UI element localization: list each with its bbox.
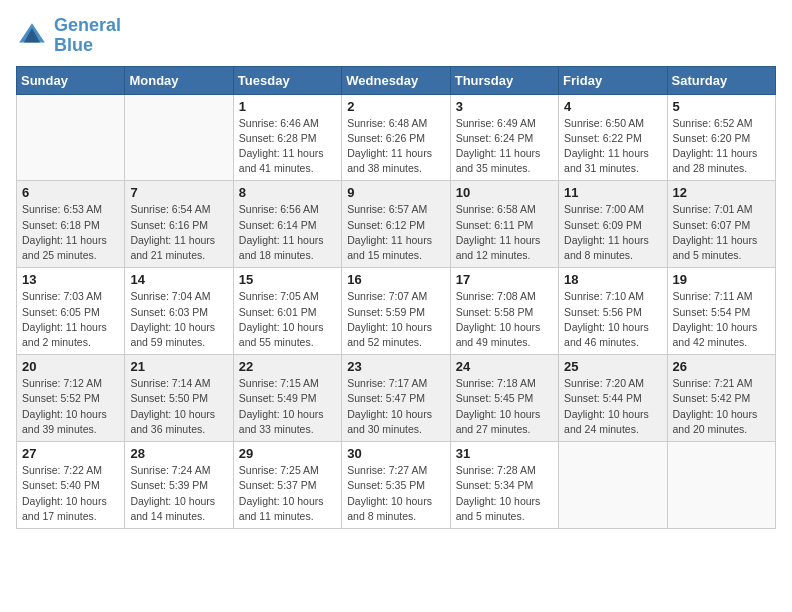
day-info: Sunrise: 7:20 AMSunset: 5:44 PMDaylight:… xyxy=(564,376,661,437)
logo-text: General Blue xyxy=(54,16,121,56)
calendar-header-row: SundayMondayTuesdayWednesdayThursdayFrid… xyxy=(17,66,776,94)
calendar-cell: 14Sunrise: 7:04 AMSunset: 6:03 PMDayligh… xyxy=(125,268,233,355)
calendar-cell: 29Sunrise: 7:25 AMSunset: 5:37 PMDayligh… xyxy=(233,442,341,529)
day-number: 24 xyxy=(456,359,553,374)
calendar-cell: 27Sunrise: 7:22 AMSunset: 5:40 PMDayligh… xyxy=(17,442,125,529)
day-number: 20 xyxy=(22,359,119,374)
calendar-cell: 5Sunrise: 6:52 AMSunset: 6:20 PMDaylight… xyxy=(667,94,775,181)
calendar-cell: 17Sunrise: 7:08 AMSunset: 5:58 PMDayligh… xyxy=(450,268,558,355)
day-info: Sunrise: 6:48 AMSunset: 6:26 PMDaylight:… xyxy=(347,116,444,177)
day-info: Sunrise: 7:10 AMSunset: 5:56 PMDaylight:… xyxy=(564,289,661,350)
day-info: Sunrise: 7:11 AMSunset: 5:54 PMDaylight:… xyxy=(673,289,770,350)
day-info: Sunrise: 6:50 AMSunset: 6:22 PMDaylight:… xyxy=(564,116,661,177)
day-number: 22 xyxy=(239,359,336,374)
calendar-week-row: 20Sunrise: 7:12 AMSunset: 5:52 PMDayligh… xyxy=(17,355,776,442)
day-number: 4 xyxy=(564,99,661,114)
calendar-cell: 3Sunrise: 6:49 AMSunset: 6:24 PMDaylight… xyxy=(450,94,558,181)
day-info: Sunrise: 7:22 AMSunset: 5:40 PMDaylight:… xyxy=(22,463,119,524)
calendar-cell: 21Sunrise: 7:14 AMSunset: 5:50 PMDayligh… xyxy=(125,355,233,442)
day-number: 31 xyxy=(456,446,553,461)
day-info: Sunrise: 6:54 AMSunset: 6:16 PMDaylight:… xyxy=(130,202,227,263)
day-number: 14 xyxy=(130,272,227,287)
day-of-week-header: Thursday xyxy=(450,66,558,94)
day-info: Sunrise: 7:25 AMSunset: 5:37 PMDaylight:… xyxy=(239,463,336,524)
day-number: 30 xyxy=(347,446,444,461)
day-number: 29 xyxy=(239,446,336,461)
day-info: Sunrise: 7:07 AMSunset: 5:59 PMDaylight:… xyxy=(347,289,444,350)
calendar-cell: 9Sunrise: 6:57 AMSunset: 6:12 PMDaylight… xyxy=(342,181,450,268)
day-number: 5 xyxy=(673,99,770,114)
day-info: Sunrise: 7:04 AMSunset: 6:03 PMDaylight:… xyxy=(130,289,227,350)
calendar-cell: 24Sunrise: 7:18 AMSunset: 5:45 PMDayligh… xyxy=(450,355,558,442)
day-info: Sunrise: 7:28 AMSunset: 5:34 PMDaylight:… xyxy=(456,463,553,524)
day-number: 6 xyxy=(22,185,119,200)
calendar-cell: 18Sunrise: 7:10 AMSunset: 5:56 PMDayligh… xyxy=(559,268,667,355)
calendar-cell: 2Sunrise: 6:48 AMSunset: 6:26 PMDaylight… xyxy=(342,94,450,181)
day-number: 8 xyxy=(239,185,336,200)
day-info: Sunrise: 6:57 AMSunset: 6:12 PMDaylight:… xyxy=(347,202,444,263)
day-of-week-header: Saturday xyxy=(667,66,775,94)
day-info: Sunrise: 6:49 AMSunset: 6:24 PMDaylight:… xyxy=(456,116,553,177)
day-number: 7 xyxy=(130,185,227,200)
day-info: Sunrise: 6:52 AMSunset: 6:20 PMDaylight:… xyxy=(673,116,770,177)
day-info: Sunrise: 7:14 AMSunset: 5:50 PMDaylight:… xyxy=(130,376,227,437)
day-number: 10 xyxy=(456,185,553,200)
calendar-cell xyxy=(125,94,233,181)
calendar-week-row: 1Sunrise: 6:46 AMSunset: 6:28 PMDaylight… xyxy=(17,94,776,181)
calendar-cell: 6Sunrise: 6:53 AMSunset: 6:18 PMDaylight… xyxy=(17,181,125,268)
day-of-week-header: Tuesday xyxy=(233,66,341,94)
day-info: Sunrise: 7:17 AMSunset: 5:47 PMDaylight:… xyxy=(347,376,444,437)
day-of-week-header: Monday xyxy=(125,66,233,94)
calendar-cell xyxy=(559,442,667,529)
day-number: 17 xyxy=(456,272,553,287)
calendar-cell: 8Sunrise: 6:56 AMSunset: 6:14 PMDaylight… xyxy=(233,181,341,268)
calendar-cell: 28Sunrise: 7:24 AMSunset: 5:39 PMDayligh… xyxy=(125,442,233,529)
day-number: 28 xyxy=(130,446,227,461)
calendar-table: SundayMondayTuesdayWednesdayThursdayFrid… xyxy=(16,66,776,529)
day-number: 23 xyxy=(347,359,444,374)
day-of-week-header: Sunday xyxy=(17,66,125,94)
day-info: Sunrise: 7:12 AMSunset: 5:52 PMDaylight:… xyxy=(22,376,119,437)
day-of-week-header: Wednesday xyxy=(342,66,450,94)
day-info: Sunrise: 6:56 AMSunset: 6:14 PMDaylight:… xyxy=(239,202,336,263)
day-info: Sunrise: 7:27 AMSunset: 5:35 PMDaylight:… xyxy=(347,463,444,524)
day-number: 18 xyxy=(564,272,661,287)
day-number: 9 xyxy=(347,185,444,200)
day-info: Sunrise: 7:00 AMSunset: 6:09 PMDaylight:… xyxy=(564,202,661,263)
calendar-cell: 12Sunrise: 7:01 AMSunset: 6:07 PMDayligh… xyxy=(667,181,775,268)
day-number: 11 xyxy=(564,185,661,200)
day-info: Sunrise: 7:21 AMSunset: 5:42 PMDaylight:… xyxy=(673,376,770,437)
calendar-cell: 11Sunrise: 7:00 AMSunset: 6:09 PMDayligh… xyxy=(559,181,667,268)
day-number: 15 xyxy=(239,272,336,287)
calendar-cell xyxy=(667,442,775,529)
calendar-cell: 1Sunrise: 6:46 AMSunset: 6:28 PMDaylight… xyxy=(233,94,341,181)
calendar-cell: 31Sunrise: 7:28 AMSunset: 5:34 PMDayligh… xyxy=(450,442,558,529)
day-number: 21 xyxy=(130,359,227,374)
day-info: Sunrise: 6:58 AMSunset: 6:11 PMDaylight:… xyxy=(456,202,553,263)
day-number: 3 xyxy=(456,99,553,114)
day-number: 12 xyxy=(673,185,770,200)
page-header: General Blue xyxy=(16,16,776,56)
day-info: Sunrise: 6:53 AMSunset: 6:18 PMDaylight:… xyxy=(22,202,119,263)
calendar-cell: 23Sunrise: 7:17 AMSunset: 5:47 PMDayligh… xyxy=(342,355,450,442)
logo-icon xyxy=(16,20,48,52)
calendar-week-row: 13Sunrise: 7:03 AMSunset: 6:05 PMDayligh… xyxy=(17,268,776,355)
calendar-cell: 15Sunrise: 7:05 AMSunset: 6:01 PMDayligh… xyxy=(233,268,341,355)
calendar-cell: 20Sunrise: 7:12 AMSunset: 5:52 PMDayligh… xyxy=(17,355,125,442)
calendar-cell: 26Sunrise: 7:21 AMSunset: 5:42 PMDayligh… xyxy=(667,355,775,442)
day-info: Sunrise: 7:01 AMSunset: 6:07 PMDaylight:… xyxy=(673,202,770,263)
calendar-cell: 19Sunrise: 7:11 AMSunset: 5:54 PMDayligh… xyxy=(667,268,775,355)
calendar-cell: 30Sunrise: 7:27 AMSunset: 5:35 PMDayligh… xyxy=(342,442,450,529)
day-number: 1 xyxy=(239,99,336,114)
day-number: 2 xyxy=(347,99,444,114)
day-number: 26 xyxy=(673,359,770,374)
calendar-cell xyxy=(17,94,125,181)
day-of-week-header: Friday xyxy=(559,66,667,94)
calendar-week-row: 27Sunrise: 7:22 AMSunset: 5:40 PMDayligh… xyxy=(17,442,776,529)
calendar-cell: 4Sunrise: 6:50 AMSunset: 6:22 PMDaylight… xyxy=(559,94,667,181)
day-info: Sunrise: 7:18 AMSunset: 5:45 PMDaylight:… xyxy=(456,376,553,437)
day-info: Sunrise: 7:03 AMSunset: 6:05 PMDaylight:… xyxy=(22,289,119,350)
calendar-cell: 7Sunrise: 6:54 AMSunset: 6:16 PMDaylight… xyxy=(125,181,233,268)
calendar-cell: 13Sunrise: 7:03 AMSunset: 6:05 PMDayligh… xyxy=(17,268,125,355)
calendar-cell: 25Sunrise: 7:20 AMSunset: 5:44 PMDayligh… xyxy=(559,355,667,442)
